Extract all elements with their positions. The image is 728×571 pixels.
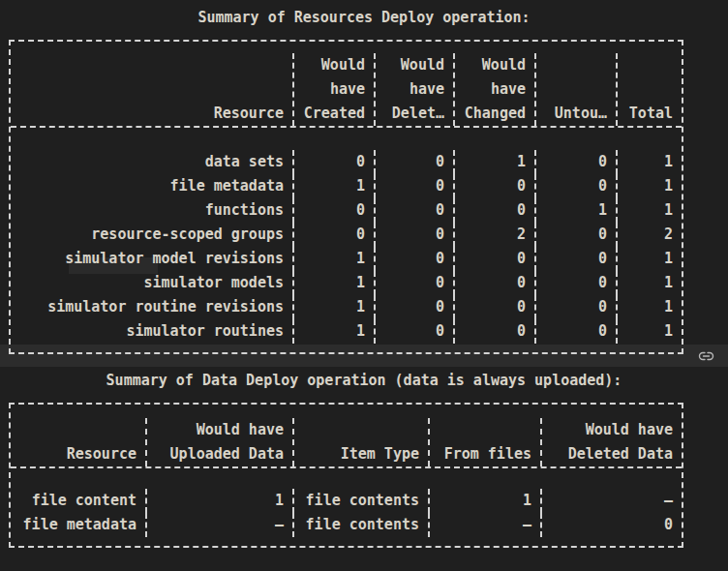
table-cell: file contents xyxy=(292,513,428,537)
table-header: ResourceWould have CreatedWould have Del… xyxy=(11,42,682,128)
terminal-panel: Summary of Resources Deploy operation: R… xyxy=(0,0,728,571)
table-cell: 1 xyxy=(616,319,682,344)
table-cell: 1 xyxy=(145,489,292,513)
table-cell: simulator models xyxy=(11,271,292,295)
table-cell: 1 xyxy=(534,198,616,223)
table-cell: simulator model revisions xyxy=(11,247,292,271)
table-cell: 1 xyxy=(616,174,682,198)
table-row: simulator routine revisions10001 xyxy=(11,295,682,319)
table-cell: 0 xyxy=(374,223,453,247)
table-cell: – xyxy=(540,489,682,513)
header-cell: Item Type xyxy=(292,418,428,466)
table-cell: 0 xyxy=(534,319,616,344)
table-cell: 0 xyxy=(374,198,453,223)
table-row: file metadata10001 xyxy=(11,174,682,198)
table-cell: file metadata xyxy=(11,513,145,537)
table-cell: 1 xyxy=(616,198,682,223)
table-cell: 1 xyxy=(616,150,682,174)
table-cell: 1 xyxy=(616,247,682,271)
table-cell: 1 xyxy=(616,271,682,295)
table-cell: 0 xyxy=(540,513,682,537)
table-cell: 0 xyxy=(374,319,453,344)
table-cell: 2 xyxy=(453,223,534,247)
table-cell: 0 xyxy=(534,271,616,295)
table-cell: data sets xyxy=(11,150,292,174)
table-cell: 1 xyxy=(292,271,374,295)
header-cell: Total xyxy=(616,53,682,126)
resources-summary-title: Summary of Resources Deploy operation: xyxy=(0,6,728,30)
table-row: resource-scoped groups00202 xyxy=(11,223,682,247)
table-cell: 1 xyxy=(292,174,374,198)
table-cell: 1 xyxy=(453,150,534,174)
table-cell: resource-scoped groups xyxy=(11,223,292,247)
header-cell: Would have Uploaded Data xyxy=(145,418,292,466)
header-row: ResourceWould have CreatedWould have Del… xyxy=(11,53,682,126)
header-cell: From files xyxy=(428,418,540,466)
table-cell: 1 xyxy=(616,295,682,319)
header-cell: Would have Created xyxy=(292,53,374,126)
table-row: functions00011 xyxy=(11,198,682,223)
table-cell: 0 xyxy=(374,271,453,295)
header-cell: Untou… xyxy=(534,53,616,126)
table-cell: 0 xyxy=(453,271,534,295)
table-row: file metadata–file contents–0 xyxy=(11,513,682,537)
table-cell: simulator routines xyxy=(11,319,292,344)
table-cell: 0 xyxy=(534,223,616,247)
table-cell: file contents xyxy=(292,489,428,513)
header-cell: Would have Deleted Data xyxy=(540,418,682,466)
resources-summary-table: ResourceWould have CreatedWould have Del… xyxy=(9,40,683,354)
table-cell: simulator routine revisions xyxy=(11,295,292,319)
table-row: file content1file contents1– xyxy=(11,489,682,513)
table-row: simulator models10001 xyxy=(11,271,682,295)
data-summary-title: Summary of Data Deploy operation (data i… xyxy=(0,369,728,393)
table-cell: 0 xyxy=(534,174,616,198)
table-cell: 0 xyxy=(534,247,616,271)
table-cell: 0 xyxy=(453,174,534,198)
table-cell: 0 xyxy=(374,247,453,271)
link-icon[interactable] xyxy=(698,348,714,364)
header-cell: Resource xyxy=(11,418,145,466)
table-cell: 0 xyxy=(374,295,453,319)
table-row: data sets00101 xyxy=(11,150,682,174)
table-cell: 1 xyxy=(292,247,374,271)
table-cell: 0 xyxy=(453,198,534,223)
table-cell: 0 xyxy=(534,295,616,319)
table-cell: – xyxy=(145,513,292,537)
table-cell: 0 xyxy=(292,150,374,174)
table-cell: file content xyxy=(11,489,145,513)
header-cell: Resource xyxy=(11,53,292,126)
header-cell: Would have Delet… xyxy=(374,53,453,126)
table-cell: file metadata xyxy=(11,174,292,198)
data-summary-table: ResourceWould have Uploaded DataItem Typ… xyxy=(9,403,683,548)
table-cell: 0 xyxy=(453,295,534,319)
table-header: ResourceWould have Uploaded DataItem Typ… xyxy=(11,405,682,468)
table-cell: 0 xyxy=(534,150,616,174)
table-cell: 2 xyxy=(616,223,682,247)
table-body: data sets00101file metadata10001function… xyxy=(11,150,682,351)
table-cell: – xyxy=(428,513,540,537)
header-row: ResourceWould have Uploaded DataItem Typ… xyxy=(11,418,682,466)
table-row: simulator routines10001 xyxy=(11,319,682,344)
table-cell: 1 xyxy=(292,319,374,344)
table-cell: 0 xyxy=(292,223,374,247)
table-cell: 1 xyxy=(428,489,540,513)
table-body: file content1file contents1–file metadat… xyxy=(11,489,682,546)
table-cell: 1 xyxy=(292,295,374,319)
table-cell: 0 xyxy=(374,150,453,174)
header-cell: Would have Changed xyxy=(453,53,534,126)
table-cell: 0 xyxy=(374,174,453,198)
table-cell: 0 xyxy=(453,319,534,344)
table-row: simulator model revisions10001 xyxy=(11,247,682,271)
table-cell: 0 xyxy=(292,198,374,223)
table-cell: functions xyxy=(11,198,292,223)
table-cell: 0 xyxy=(453,247,534,271)
